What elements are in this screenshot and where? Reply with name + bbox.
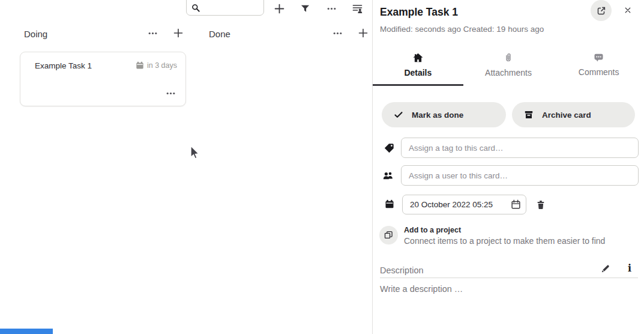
panel-tabs: Details Attachments Comments: [373, 49, 644, 85]
description-divider: [380, 278, 638, 278]
tab-comments[interactable]: Comments: [553, 49, 644, 85]
archive-card-label: Archive card: [542, 111, 591, 120]
add-column-button[interactable]: [270, 0, 288, 17]
more-options-icon: [148, 28, 158, 38]
date-picker-icon[interactable]: [511, 199, 521, 210]
comment-icon: [594, 53, 604, 62]
mark-as-done-label: Mark as done: [412, 111, 463, 120]
plus-icon: [358, 28, 368, 38]
user-list-icon: [352, 4, 363, 14]
assign-user-input[interactable]: [401, 165, 639, 186]
tab-attachments-label: Attachments: [485, 68, 532, 77]
description-placeholder[interactable]: Write a description …: [380, 284, 463, 294]
add-to-project-subtitle: Connect items to a project to make them …: [404, 236, 605, 246]
filter-icon: [301, 4, 310, 13]
panel-meta: Modified: seconds ago Created: 19 hours …: [380, 25, 544, 34]
search-input[interactable]: [204, 2, 259, 13]
horizontal-scrollbar[interactable]: [0, 329, 53, 334]
external-link-icon: [597, 6, 606, 16]
column-done-add-card-button[interactable]: [354, 24, 372, 42]
column-done-menu-button[interactable]: [328, 24, 346, 42]
paperclip-icon: [504, 53, 513, 63]
assign-tag-input[interactable]: [401, 138, 639, 158]
more-options-icon: [327, 4, 337, 14]
tab-details-label: Details: [404, 68, 432, 77]
description-label: Description: [380, 266, 424, 275]
card-title: Example Task 1: [35, 61, 92, 70]
home-icon: [413, 53, 423, 63]
column-title-done: Done: [209, 29, 230, 39]
tag-icon: [384, 142, 394, 153]
plus-icon: [274, 4, 284, 14]
close-panel-button[interactable]: [621, 3, 635, 17]
pencil-icon: [601, 264, 610, 273]
filter-button[interactable]: [296, 0, 314, 17]
info-icon: i: [628, 264, 631, 273]
mouse-cursor: [190, 145, 200, 163]
assigned-filter-button[interactable]: [348, 0, 366, 17]
popout-button[interactable]: [591, 0, 612, 21]
tab-details[interactable]: Details: [373, 49, 463, 85]
remove-due-date-button[interactable]: [532, 196, 550, 214]
search-entry[interactable]: [186, 0, 264, 16]
trash-icon: [536, 200, 546, 210]
archive-icon: [524, 110, 534, 120]
edit-description-button[interactable]: [598, 261, 613, 276]
tab-attachments[interactable]: Attachments: [463, 49, 554, 85]
mark-as-done-button[interactable]: Mark as done: [382, 102, 506, 127]
users-icon: [383, 170, 394, 181]
board-menu-button[interactable]: [322, 0, 340, 17]
more-options-icon: [166, 88, 176, 99]
calendar-icon: [384, 199, 395, 210]
check-icon: [394, 110, 403, 120]
column-doing-add-card-button[interactable]: [169, 24, 187, 42]
project-icon: [384, 231, 393, 240]
more-options-icon: [333, 28, 343, 38]
tab-comments-label: Comments: [579, 67, 619, 77]
column-title-doing: Doing: [24, 29, 47, 39]
due-date-field[interactable]: 20 October 2022 05:25: [402, 195, 526, 214]
description-info-button[interactable]: i: [622, 261, 637, 276]
app-window: Doing Done Example Task 1 in 3 days: [0, 0, 644, 334]
plus-icon: [173, 28, 183, 38]
close-icon: [624, 5, 631, 16]
due-date-value: 20 October 2022 05:25: [410, 200, 511, 209]
card-due-date: in 3 days: [136, 61, 177, 70]
archive-card-button[interactable]: Archive card: [512, 102, 635, 127]
add-to-project-title: Add to a project: [404, 226, 461, 234]
panel-title: Example Task 1: [380, 6, 458, 19]
add-to-project-button[interactable]: [379, 226, 398, 244]
column-doing-menu-button[interactable]: [143, 24, 161, 42]
calendar-icon: [136, 61, 144, 70]
search-icon: [191, 4, 200, 13]
task-card[interactable]: Example Task 1 in 3 days: [20, 52, 186, 106]
card-menu-button[interactable]: [161, 84, 179, 102]
